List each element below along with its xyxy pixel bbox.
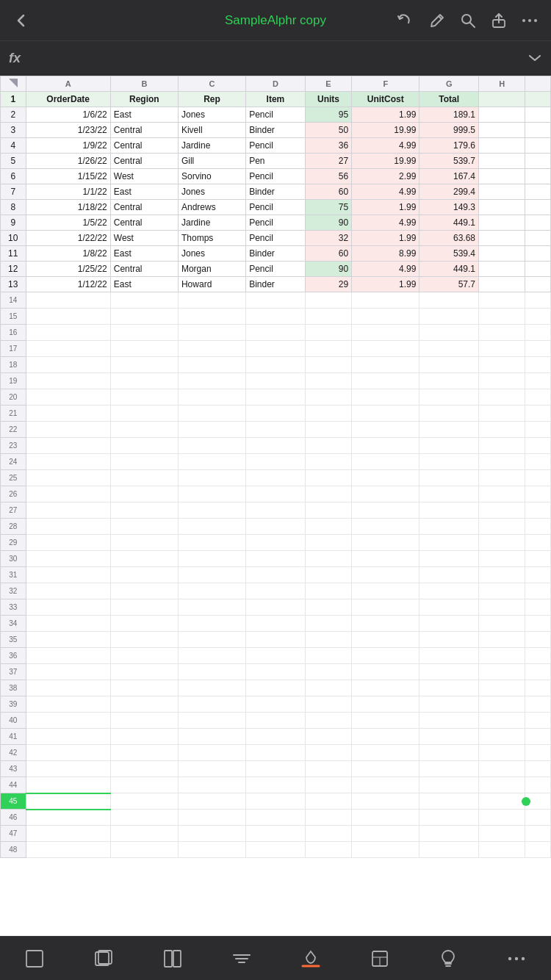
cell-5f[interactable]: 19.99 bbox=[352, 154, 419, 169]
cell-7f[interactable]: 4.99 bbox=[352, 184, 419, 200]
cell-8e[interactable]: 75 bbox=[305, 200, 351, 215]
cell-2e[interactable]: 95 bbox=[305, 107, 351, 123]
bottom-more-button[interactable] bbox=[500, 953, 533, 965]
cell-12e[interactable]: 90 bbox=[305, 262, 351, 277]
header-e[interactable]: Units bbox=[305, 92, 351, 107]
header-c[interactable]: Rep bbox=[178, 92, 245, 107]
cell-2g[interactable]: 189.1 bbox=[419, 107, 479, 123]
cell-12g[interactable]: 449.1 bbox=[419, 262, 479, 277]
cell-10d[interactable]: Pencil bbox=[246, 231, 306, 246]
cell-12c[interactable]: Morgan bbox=[178, 262, 245, 277]
col-c-label[interactable]: C bbox=[178, 76, 245, 92]
cell-7d[interactable]: Binder bbox=[246, 184, 306, 200]
cell-9g[interactable]: 449.1 bbox=[419, 215, 479, 231]
lightbulb-button[interactable] bbox=[433, 945, 464, 972]
cell-13a[interactable]: 1/12/22 bbox=[26, 277, 110, 292]
header-f[interactable]: UnitCost bbox=[352, 92, 419, 107]
cell-6c[interactable]: Sorvino bbox=[178, 169, 245, 184]
cell-13b[interactable]: East bbox=[110, 277, 178, 292]
cell-13f[interactable]: 1.99 bbox=[352, 277, 419, 292]
cell-7c[interactable]: Jones bbox=[178, 184, 245, 200]
back-button[interactable] bbox=[9, 10, 34, 32]
cell-6d[interactable]: Pencil bbox=[246, 169, 306, 184]
cell-4d[interactable]: Pencil bbox=[246, 138, 306, 154]
cell-12a[interactable]: 1/25/22 bbox=[26, 262, 110, 277]
cell-4e[interactable]: 36 bbox=[305, 138, 351, 154]
cell-11f[interactable]: 8.99 bbox=[352, 246, 419, 262]
cell-6b[interactable]: West bbox=[110, 169, 178, 184]
scroll-area[interactable]: A B C D E F G H 1 OrderDate Region Rep bbox=[0, 76, 551, 936]
cell-3f[interactable]: 19.99 bbox=[352, 123, 419, 138]
undo-button[interactable] bbox=[392, 10, 419, 32]
header-a[interactable]: OrderDate bbox=[26, 92, 110, 107]
cell-11c[interactable]: Jones bbox=[178, 246, 245, 262]
cell-12b[interactable]: Central bbox=[110, 262, 178, 277]
cell-9c[interactable]: Jardine bbox=[178, 215, 245, 231]
cell-10e[interactable]: 32 bbox=[305, 231, 351, 246]
cell-5a[interactable]: 1/26/22 bbox=[26, 154, 110, 169]
col-b-label[interactable]: B bbox=[110, 76, 178, 92]
cell-5d[interactable]: Pen bbox=[246, 154, 306, 169]
cell-13g[interactable]: 57.7 bbox=[419, 277, 479, 292]
cell-8d[interactable]: Pencil bbox=[246, 200, 306, 215]
cell-6f[interactable]: 2.99 bbox=[352, 169, 419, 184]
cell-11a[interactable]: 1/8/22 bbox=[26, 246, 110, 262]
cell-6g[interactable]: 167.4 bbox=[419, 169, 479, 184]
cell-9a[interactable]: 1/5/22 bbox=[26, 215, 110, 231]
chevron-down-icon[interactable] bbox=[527, 50, 542, 67]
cell-4g[interactable]: 179.6 bbox=[419, 138, 479, 154]
header-d[interactable]: Item bbox=[246, 92, 306, 107]
search-button[interactable] bbox=[455, 10, 480, 32]
filter-button[interactable] bbox=[226, 950, 258, 968]
cell-10c[interactable]: Thomps bbox=[178, 231, 245, 246]
cell-12f[interactable]: 4.99 bbox=[352, 262, 419, 277]
cell-12d[interactable]: Pencil bbox=[246, 262, 306, 277]
cell-5b[interactable]: Central bbox=[110, 154, 178, 169]
cell-13c[interactable]: Howard bbox=[178, 277, 245, 292]
cell-6e[interactable]: 56 bbox=[305, 169, 351, 184]
cell-5g[interactable]: 539.7 bbox=[419, 154, 479, 169]
cell-2c[interactable]: Jones bbox=[178, 107, 245, 123]
cell-3a[interactable]: 1/23/22 bbox=[26, 123, 110, 138]
cell-11g[interactable]: 539.4 bbox=[419, 246, 479, 262]
fill-color-button[interactable] bbox=[295, 945, 327, 972]
col-d-label[interactable]: D bbox=[246, 76, 306, 92]
new-sheet-button[interactable] bbox=[18, 945, 51, 972]
insert-column-button[interactable] bbox=[156, 945, 189, 972]
cell-9b[interactable]: Central bbox=[110, 215, 178, 231]
more-button[interactable] bbox=[517, 15, 542, 26]
pen-button[interactable] bbox=[425, 10, 450, 32]
cell-9e[interactable]: 90 bbox=[305, 215, 351, 231]
header-b[interactable]: Region bbox=[110, 92, 178, 107]
col-e-label[interactable]: E bbox=[305, 76, 351, 92]
cell-9f[interactable]: 4.99 bbox=[352, 215, 419, 231]
cell-3c[interactable]: Kivell bbox=[178, 123, 245, 138]
cell-7g[interactable]: 299.4 bbox=[419, 184, 479, 200]
cell-3g[interactable]: 999.5 bbox=[419, 123, 479, 138]
cell-5e[interactable]: 27 bbox=[305, 154, 351, 169]
cell-10a[interactable]: 1/22/22 bbox=[26, 231, 110, 246]
cell-5c[interactable]: Gill bbox=[178, 154, 245, 169]
formula-input[interactable] bbox=[29, 52, 527, 65]
header-g[interactable]: Total bbox=[419, 92, 479, 107]
cell-2a[interactable]: 1/6/22 bbox=[26, 107, 110, 123]
cell-2d[interactable]: Pencil bbox=[246, 107, 306, 123]
cell-3d[interactable]: Binder bbox=[246, 123, 306, 138]
format-button[interactable] bbox=[364, 945, 396, 972]
col-f-label[interactable]: F bbox=[352, 76, 419, 92]
sheets-button[interactable] bbox=[87, 945, 120, 972]
cell-2f[interactable]: 1.99 bbox=[352, 107, 419, 123]
cell-13e[interactable]: 29 bbox=[305, 277, 351, 292]
share-button[interactable] bbox=[486, 10, 511, 32]
cell-2b[interactable]: East bbox=[110, 107, 178, 123]
cell-4b[interactable]: Central bbox=[110, 138, 178, 154]
cell-11d[interactable]: Binder bbox=[246, 246, 306, 262]
cell-3e[interactable]: 50 bbox=[305, 123, 351, 138]
col-g-label[interactable]: G bbox=[419, 76, 479, 92]
cell-13d[interactable]: Binder bbox=[246, 277, 306, 292]
cell-7e[interactable]: 60 bbox=[305, 184, 351, 200]
cell-4a[interactable]: 1/9/22 bbox=[26, 138, 110, 154]
cell-8a[interactable]: 1/18/22 bbox=[26, 200, 110, 215]
cell-4c[interactable]: Jardine bbox=[178, 138, 245, 154]
cell-11e[interactable]: 60 bbox=[305, 246, 351, 262]
